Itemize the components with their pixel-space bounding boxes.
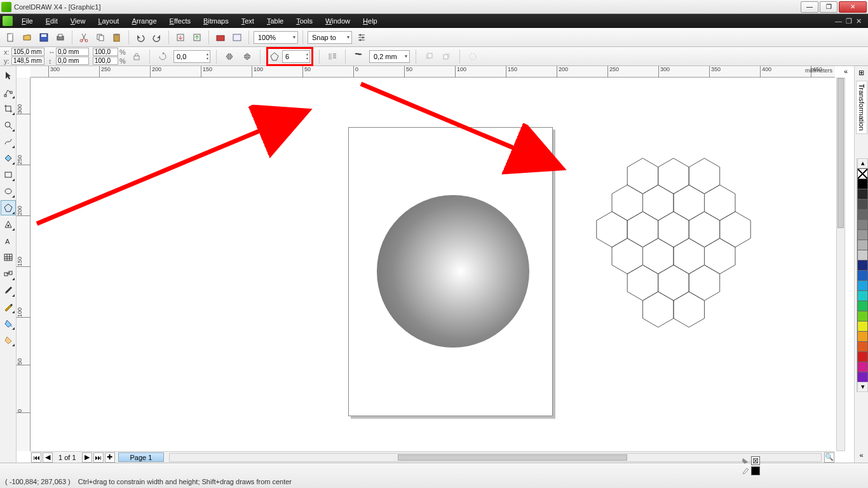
rotation-input[interactable]: 0,0 <box>173 50 210 63</box>
docker-expand-icon[interactable]: ⊞ <box>858 69 864 77</box>
swatch[interactable] <box>857 341 868 352</box>
zoom-combo[interactable]: 100% <box>254 31 298 44</box>
swatch[interactable] <box>857 331 868 342</box>
import-button[interactable] <box>173 30 187 44</box>
menu-layout[interactable]: Layout <box>92 17 125 25</box>
page-tab-1[interactable]: Page 1 <box>118 452 165 462</box>
lock-ratio-button[interactable] <box>130 50 144 64</box>
outline-width-combo[interactable]: 0,2 mm <box>369 50 410 63</box>
menu-arrange[interactable]: Arrange <box>125 17 163 25</box>
undo-button[interactable] <box>133 30 147 44</box>
ruler-vertical[interactable]: 300250200150100500 <box>17 78 31 451</box>
copy-button[interactable] <box>93 30 107 44</box>
outline-tool[interactable] <box>1 299 16 315</box>
height-input[interactable]: 0,0 mm <box>56 57 89 65</box>
current-fill-swatch[interactable]: ⊠ <box>751 456 760 465</box>
save-button[interactable] <box>37 30 51 44</box>
wrap-text-button[interactable] <box>325 50 339 64</box>
smart-fill-tool[interactable] <box>1 151 16 166</box>
polygon-tool[interactable] <box>1 200 16 215</box>
horizontal-scrollbar[interactable] <box>169 453 822 462</box>
menu-table[interactable]: Table <box>261 17 290 25</box>
swatch[interactable] <box>857 321 868 332</box>
menu-bitmaps[interactable]: Bitmaps <box>197 17 235 25</box>
x-input[interactable]: 105,0 mm <box>11 48 44 56</box>
print-button[interactable] <box>53 30 67 44</box>
swatch[interactable] <box>857 290 868 301</box>
options-button[interactable] <box>355 30 369 44</box>
swatch[interactable] <box>857 301 868 311</box>
swatch[interactable] <box>857 240 868 250</box>
to-back-button[interactable] <box>440 50 454 64</box>
crop-tool[interactable] <box>1 101 16 116</box>
menu-effects[interactable]: Effects <box>163 17 197 25</box>
convert-curves-button[interactable] <box>466 50 480 64</box>
mdi-close[interactable]: ✕ <box>856 17 862 25</box>
zoom-navigator-button[interactable]: 🔍 <box>824 452 834 463</box>
swatch[interactable] <box>857 250 868 261</box>
last-page-button[interactable]: ⏭ <box>93 452 104 463</box>
swatch[interactable] <box>857 280 868 291</box>
paste-button[interactable] <box>110 30 124 44</box>
menu-view[interactable]: View <box>64 17 92 25</box>
next-page-button[interactable]: ▶ <box>82 452 92 463</box>
swatch[interactable] <box>857 372 868 383</box>
table-tool[interactable] <box>1 250 16 265</box>
snap-combo[interactable]: Snap to <box>308 31 352 44</box>
new-button[interactable] <box>4 30 18 44</box>
app-launcher-button[interactable] <box>214 30 227 44</box>
swatch[interactable] <box>857 362 868 372</box>
swatch[interactable] <box>857 311 868 322</box>
pick-tool[interactable] <box>1 68 16 83</box>
to-front-button[interactable] <box>422 50 436 64</box>
cut-button[interactable] <box>77 30 91 44</box>
basic-shapes-tool[interactable] <box>1 217 16 232</box>
menu-tools[interactable]: Tools <box>290 17 319 25</box>
swatch[interactable] <box>857 189 868 200</box>
polygon-sides-input[interactable]: 6 <box>282 50 310 63</box>
prev-page-button[interactable]: ◀ <box>43 452 53 463</box>
zoom-tool[interactable] <box>1 118 16 133</box>
menu-file[interactable]: File <box>15 17 39 25</box>
add-page-button[interactable]: ✚ <box>105 452 115 463</box>
interactive-blend-tool[interactable] <box>1 266 16 281</box>
transformation-docker-tab[interactable]: Transformation <box>856 81 867 134</box>
shape-tool[interactable] <box>1 85 16 100</box>
swatch[interactable] <box>857 229 868 240</box>
mirror-h-button[interactable] <box>222 50 236 64</box>
close-button[interactable]: ✕ <box>839 1 867 13</box>
menu-edit[interactable]: Edit <box>39 17 64 25</box>
vertical-scrollbar[interactable] <box>836 78 845 451</box>
export-button[interactable] <box>190 30 204 44</box>
interactive-fill-tool[interactable] <box>1 332 16 348</box>
swatch[interactable] <box>857 351 868 362</box>
swatch[interactable] <box>857 219 868 230</box>
open-button[interactable] <box>20 30 34 44</box>
docker-toggle[interactable]: « <box>844 67 848 75</box>
menu-help[interactable]: Help <box>356 17 384 25</box>
scale-x-input[interactable]: 100,0 <box>93 48 118 56</box>
redo-button[interactable] <box>150 30 164 44</box>
swatch[interactable] <box>857 199 868 210</box>
swatch[interactable] <box>857 260 868 271</box>
maximize-button[interactable]: ❐ <box>820 1 837 13</box>
palette-scroll-up[interactable]: ▴ <box>857 158 868 168</box>
fill-tool[interactable] <box>1 316 16 331</box>
text-tool[interactable]: A <box>1 233 16 248</box>
freehand-tool[interactable] <box>1 134 16 149</box>
menu-text[interactable]: Text <box>235 17 261 25</box>
mdi-restore[interactable]: ❐ <box>846 17 852 25</box>
canvas[interactable] <box>31 78 835 451</box>
swatch[interactable] <box>857 179 868 189</box>
mdi-minimize[interactable]: — <box>835 17 842 25</box>
swatch-none[interactable] <box>857 168 868 179</box>
welcome-button[interactable] <box>230 30 244 44</box>
current-outline-swatch[interactable] <box>751 466 760 475</box>
swatch[interactable] <box>857 270 868 281</box>
ellipse-tool[interactable] <box>1 184 16 199</box>
first-page-button[interactable]: ⏮ <box>31 452 41 463</box>
minimize-button[interactable]: — <box>801 1 818 13</box>
palette-scroll-down[interactable]: ▾ <box>857 382 868 392</box>
scale-y-input[interactable]: 100,0 <box>93 57 118 65</box>
mirror-v-button[interactable] <box>240 50 254 64</box>
